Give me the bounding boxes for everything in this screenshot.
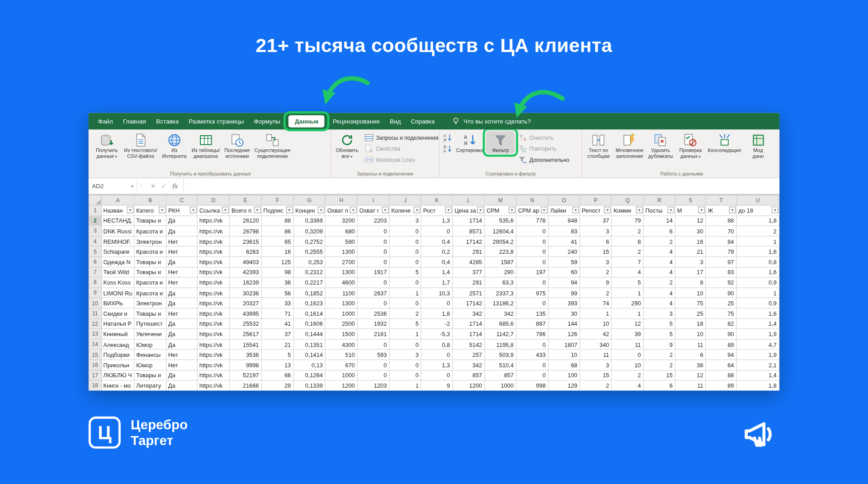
cell[interactable]: 1000 [326,370,358,380]
cell[interactable]: 1000 [326,308,358,318]
cell[interactable]: 0 [389,298,421,308]
cell[interactable]: 290 [485,267,516,277]
column-header-P[interactable]: P [580,195,612,205]
cell[interactable]: 14 [643,215,675,226]
row-number-12[interactable]: 12 [89,318,102,329]
cell[interactable]: 257 [453,349,485,360]
cell[interactable]: 291 [453,277,485,288]
cell[interactable]: 0 [421,226,453,236]
clear-filter-button[interactable]: Очистить [516,133,571,143]
cell[interactable]: 64 [706,360,736,370]
cell[interactable]: -2 [421,318,453,329]
cell[interactable]: 2536 [357,308,389,318]
cell[interactable]: https://vk [198,288,230,298]
cell[interactable]: 1,8 [736,380,779,391]
cell[interactable]: Да [166,257,198,267]
cell[interactable]: DNK Russi [101,226,134,236]
cell[interactable]: 1 [389,380,421,391]
cell[interactable]: Да [166,226,198,236]
cell[interactable]: 377 [453,267,485,277]
cell[interactable]: 342 [453,360,485,370]
cell[interactable]: 75 [675,298,706,308]
from-table-range-button[interactable]: Из таблицы/ диапазона [190,131,222,159]
row-number-13[interactable]: 13 [89,329,102,339]
cell[interactable]: 0 [389,257,421,267]
row-number-15[interactable]: 15 [89,349,102,360]
existing-connections-button[interactable]: Существующие подключения [253,131,292,159]
cell[interactable]: 0 [389,370,421,380]
formula-input[interactable] [184,178,779,194]
cell[interactable]: 0 [516,298,548,308]
cell[interactable]: 0,1614 [293,308,326,318]
cell[interactable]: 1,4 [421,267,453,277]
cell[interactable]: 0 [357,277,389,288]
cell[interactable]: 4 [643,298,675,308]
cell[interactable]: Электрон [134,298,166,308]
filter-dropdown-button[interactable]: ▼ [190,207,197,214]
row-number-10[interactable]: 10 [89,298,102,308]
cell[interactable]: 0 [421,370,453,380]
column-header-M[interactable]: M [485,195,516,205]
cell[interactable]: https://vk [198,318,230,329]
column-header-A[interactable]: A [101,195,134,205]
consolidate-button[interactable]: Консолидация [706,131,743,153]
tab-formulas[interactable]: Формулы [249,113,286,130]
cell[interactable]: 0,1339 [293,380,326,391]
cell[interactable]: 3 [675,257,706,267]
cell[interactable]: 8 [612,236,643,247]
cell[interactable]: 1,7 [421,277,453,288]
cell[interactable]: 0 [389,247,421,257]
cell[interactable]: Книги - мо [101,380,134,391]
column-header-Q[interactable]: Q [612,195,643,205]
cell[interactable]: 2,1 [736,360,779,370]
cell[interactable]: 0 [389,277,421,288]
cell[interactable]: 6 [675,349,706,360]
sort-button[interactable]: АЯСортировка [454,131,485,153]
cell[interactable]: 0 [357,360,389,370]
cell[interactable]: 88 [706,370,736,380]
cell[interactable]: 2 [643,277,675,288]
tab-file[interactable]: Файл [93,113,118,130]
column-header-J[interactable]: J [389,195,421,205]
row-number-6[interactable]: 6 [89,257,102,267]
cell[interactable]: 36 [675,360,706,370]
cell[interactable]: 126 [548,329,580,339]
cell[interactable]: 97 [706,257,736,267]
cell[interactable]: 89 [706,339,736,350]
cell[interactable]: 3200 [326,215,358,226]
from-web-button[interactable]: Из Интернета [160,131,189,159]
cell[interactable]: 0,9 [736,298,779,308]
cell[interactable]: Нет [166,360,198,370]
cell[interactable]: 4,7 [736,339,779,350]
cell[interactable]: 29054,2 [485,236,516,247]
cell[interactable]: 342 [453,308,485,318]
cell[interactable]: 0,1623 [293,298,326,308]
cell[interactable]: 975 [516,288,548,298]
cell[interactable]: 2571 [453,288,485,298]
cell[interactable]: 4 [643,257,675,267]
cell[interactable]: 15 [580,247,612,257]
cell[interactable]: 6 [643,380,675,391]
cell[interactable]: 680 [326,226,358,236]
cell[interactable]: 88 [706,215,736,226]
cell[interactable]: 1300 [326,247,358,257]
filter-button[interactable]: Фильтр [486,131,515,153]
cell[interactable]: 0 [421,298,453,308]
data-model-button[interactable]: Мод данн [744,131,773,159]
get-data-button[interactable]: Получить данные▾ [92,131,121,159]
filter-dropdown-button[interactable]: ▼ [477,207,484,214]
cell[interactable]: 0,4 [421,257,453,267]
cell[interactable]: Нет [166,267,198,277]
cell[interactable]: 1100 [326,288,358,298]
text-to-columns-button[interactable]: Текст по столбцам [584,131,613,159]
cell[interactable]: Товары и [134,215,166,226]
cell[interactable]: 1142,7 [485,329,516,339]
column-header-N[interactable]: N [516,195,548,205]
cell[interactable]: 16239 [230,277,262,288]
cell[interactable]: 887 [516,318,548,329]
tab-home[interactable]: Главная [118,113,151,130]
cell[interactable]: 94 [706,349,736,360]
filter-dropdown-button[interactable]: ▼ [636,207,643,214]
cell[interactable]: 590 [326,236,358,247]
cell[interactable]: 1,4 [736,370,779,380]
